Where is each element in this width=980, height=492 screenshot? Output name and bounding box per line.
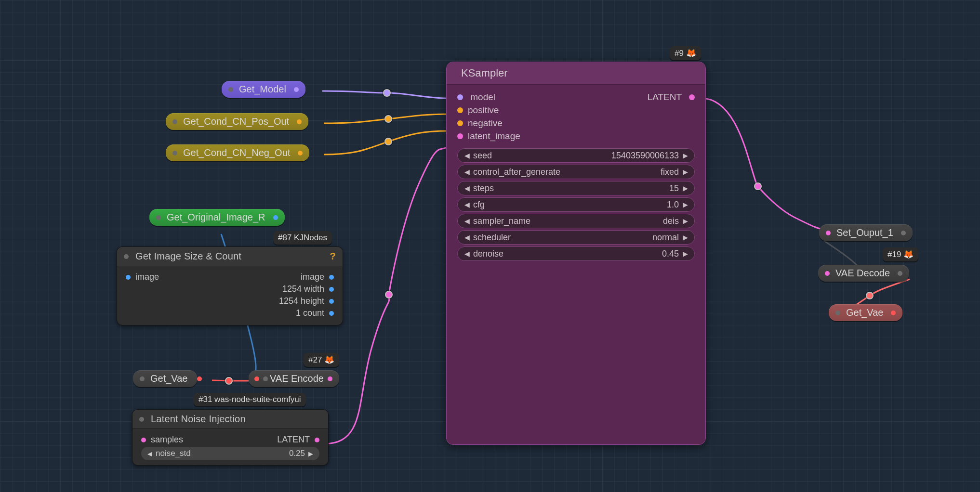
arrow-right-icon[interactable]: ▶ (681, 184, 689, 192)
wire-knob[interactable] (385, 291, 393, 298)
widget-sampler-name[interactable]: ◀ sampler_name deis ▶ (457, 214, 695, 228)
output-port-height[interactable] (329, 299, 334, 304)
output-port[interactable] (891, 311, 896, 315)
node-title: Get_Model (239, 84, 286, 94)
input-label: image (135, 272, 159, 282)
output-label: LATENT (277, 435, 310, 445)
widget-label: seed (473, 151, 492, 161)
arrow-left-icon[interactable]: ◀ (463, 217, 471, 225)
output-port[interactable] (901, 231, 906, 235)
node-get-model[interactable]: Get_Model (222, 81, 305, 98)
input-port-image[interactable] (126, 275, 131, 280)
widget-noise-std[interactable]: ◀ noise_std 0.25 ▶ (141, 447, 319, 460)
input-port-latent-image[interactable] (457, 133, 463, 139)
arrow-left-icon[interactable]: ◀ (146, 450, 154, 457)
widget-label: noise_std (156, 449, 191, 458)
node-ksampler[interactable]: KSampler model LATENT positive negative … (446, 62, 706, 445)
input-label: positive (468, 105, 499, 115)
widget-cfg[interactable]: ◀ cfg 1.0 ▶ (457, 197, 695, 212)
output-port-image[interactable] (329, 275, 334, 280)
widget-scheduler[interactable]: ◀ scheduler normal ▶ (457, 230, 695, 245)
input-port-samples[interactable] (141, 438, 146, 442)
input-port-model[interactable] (457, 94, 463, 100)
node-title: Get_Vae (846, 307, 883, 318)
arrow-right-icon[interactable]: ▶ (681, 201, 689, 208)
node-title: KSampler (461, 67, 508, 79)
arrow-right-icon[interactable]: ▶ (681, 168, 689, 176)
arrow-left-icon[interactable]: ◀ (463, 152, 471, 159)
output-port-latent[interactable] (315, 438, 319, 442)
wire-knob[interactable] (383, 89, 391, 97)
collapse-dot-icon (156, 215, 161, 220)
output-port[interactable] (297, 119, 302, 124)
fox-icon: 🦊 (686, 49, 696, 58)
node-title: Get_Cond_CN_Neg_Out (183, 147, 290, 158)
node-badge-was: #31 was-node-suite-comfyui (194, 393, 306, 406)
widget-label: scheduler (473, 233, 511, 243)
node-get-vae-left[interactable]: Get_Vae (133, 370, 197, 387)
node-get-original-image-r[interactable]: Get_Original_Image_R (149, 209, 285, 226)
output-port[interactable] (273, 215, 278, 220)
input-port[interactable] (825, 271, 830, 276)
node-get-image-size-count[interactable]: Get Image Size & Count ? image image 125… (117, 246, 343, 325)
output-port[interactable] (328, 376, 332, 381)
wire-knob[interactable] (754, 182, 762, 190)
arrow-left-icon[interactable]: ◀ (463, 184, 471, 192)
widget-value: fixed (560, 167, 679, 177)
output-port[interactable] (197, 376, 202, 381)
output-port[interactable] (294, 87, 299, 92)
widget-value: 15 (494, 183, 679, 194)
node-get-cond-pos[interactable]: Get_Cond_CN_Pos_Out (166, 113, 308, 130)
input-port-negative[interactable] (457, 120, 463, 126)
wire-knob[interactable] (384, 138, 392, 145)
node-vae-encode[interactable]: VAE Encode (249, 370, 339, 387)
node-graph-canvas[interactable]: Get_Model Get_Cond_CN_Pos_Out Get_Cond_C… (0, 0, 980, 492)
widget-value: deis (530, 216, 679, 226)
widget-control-after-generate[interactable]: ◀ control_after_generate fixed ▶ (457, 165, 695, 179)
input-label: latent_image (468, 131, 520, 141)
wire-knob[interactable] (384, 115, 392, 123)
output-port-width[interactable] (329, 287, 334, 292)
collapse-dot-icon (172, 119, 177, 124)
widget-denoise[interactable]: ◀ denoise 0.45 ▶ (457, 246, 695, 261)
output-label: 1254 height (279, 296, 324, 306)
node-latent-noise-injection[interactable]: Latent Noise Injection samples LATENT ◀ … (132, 409, 329, 466)
input-label: samples (151, 435, 183, 445)
arrow-right-icon[interactable]: ▶ (681, 152, 689, 159)
wire-knob[interactable] (866, 292, 874, 299)
wire-knob[interactable] (225, 377, 233, 385)
arrow-right-icon[interactable]: ▶ (681, 217, 689, 225)
arrow-right-icon[interactable]: ▶ (681, 233, 689, 241)
arrow-right-icon[interactable]: ▶ (681, 250, 689, 258)
help-icon[interactable]: ? (330, 251, 336, 262)
output-port-count[interactable] (329, 311, 334, 316)
output-port-latent[interactable] (689, 94, 695, 100)
collapse-dot-icon (172, 151, 177, 155)
widget-steps[interactable]: ◀ steps 15 ▶ (457, 181, 695, 195)
collapse-dot-icon (140, 376, 145, 381)
arrow-left-icon[interactable]: ◀ (463, 201, 471, 208)
widget-seed[interactable]: ◀ seed 15403590006133 ▶ (457, 148, 695, 163)
input-port-positive[interactable] (457, 107, 463, 113)
input-port[interactable] (254, 376, 259, 381)
node-title: Get Image Size & Count (135, 251, 241, 261)
input-label: model (470, 92, 495, 102)
arrow-left-icon[interactable]: ◀ (463, 233, 471, 241)
arrow-left-icon[interactable]: ◀ (463, 250, 471, 258)
widget-label: cfg (473, 200, 485, 210)
arrow-left-icon[interactable]: ◀ (463, 168, 471, 176)
node-title: VAE Encode (270, 373, 324, 384)
output-port[interactable] (898, 271, 902, 276)
input-port[interactable] (826, 231, 831, 235)
node-badge-kjnodes: #87 KJNodes (273, 231, 332, 245)
node-set-output-1[interactable]: Set_Ouput_1 (819, 224, 913, 241)
node-title: Set_Ouput_1 (836, 227, 893, 238)
output-port[interactable] (298, 151, 303, 155)
node-get-cond-neg[interactable]: Get_Cond_CN_Neg_Out (166, 144, 309, 161)
node-vae-decode[interactable]: VAE Decode (818, 265, 909, 282)
arrow-right-icon[interactable]: ▶ (307, 450, 315, 457)
node-get-vae-right[interactable]: Get_Vae (829, 304, 902, 321)
collapse-dot-icon (124, 254, 129, 259)
output-label: LATENT (648, 92, 682, 102)
widget-value: 0.25 (191, 449, 305, 458)
